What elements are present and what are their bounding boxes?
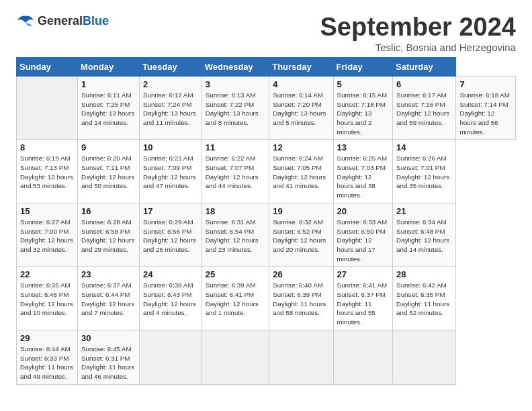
day-info: Sunrise: 6:34 AMSunset: 6:48 PMDaylight:… <box>396 218 449 253</box>
calendar-week-3: 22Sunrise: 6:35 AMSunset: 6:46 PMDayligh… <box>17 267 516 330</box>
header: GeneralBlue September 2024 Teslic, Bosni… <box>16 13 516 53</box>
day-info: Sunrise: 6:38 AMSunset: 6:43 PMDaylight:… <box>143 281 196 316</box>
day-info: Sunrise: 6:31 AMSunset: 6:54 PMDaylight:… <box>206 218 259 253</box>
header-friday: Friday <box>333 57 393 76</box>
day-number: 1 <box>81 79 136 89</box>
calendar-cell <box>139 330 202 384</box>
day-info: Sunrise: 6:25 AMSunset: 7:03 PMDaylight:… <box>337 154 388 199</box>
day-info: Sunrise: 6:37 AMSunset: 6:44 PMDaylight:… <box>81 281 134 316</box>
calendar-cell: 11Sunrise: 6:22 AMSunset: 7:07 PMDayligh… <box>202 140 269 203</box>
day-number: 25 <box>206 269 265 279</box>
day-number: 2 <box>143 79 198 89</box>
day-info: Sunrise: 6:44 AMSunset: 6:33 PMDaylight:… <box>20 345 73 380</box>
calendar-title: September 2024 <box>320 13 517 42</box>
day-number: 11 <box>206 142 265 152</box>
day-info: Sunrise: 6:19 AMSunset: 7:13 PMDaylight:… <box>20 154 73 189</box>
day-info: Sunrise: 6:35 AMSunset: 6:46 PMDaylight:… <box>20 281 73 316</box>
calendar-cell: 28Sunrise: 6:42 AMSunset: 6:35 PMDayligh… <box>393 267 456 330</box>
calendar-cell: 22Sunrise: 6:35 AMSunset: 6:46 PMDayligh… <box>17 267 78 330</box>
calendar-cell: 25Sunrise: 6:39 AMSunset: 6:41 PMDayligh… <box>202 267 269 330</box>
day-info: Sunrise: 6:15 AMSunset: 7:18 PMDaylight:… <box>337 91 388 136</box>
calendar-cell: 8Sunrise: 6:19 AMSunset: 7:13 PMDaylight… <box>17 140 78 203</box>
calendar-cell: 17Sunrise: 6:29 AMSunset: 6:56 PMDayligh… <box>139 203 202 267</box>
calendar-cell: 13Sunrise: 6:25 AMSunset: 7:03 PMDayligh… <box>333 140 393 203</box>
logo-blue: Blue <box>83 14 109 28</box>
calendar-cell: 29Sunrise: 6:44 AMSunset: 6:33 PMDayligh… <box>17 330 78 384</box>
calendar-cell: 27Sunrise: 6:41 AMSunset: 6:37 PMDayligh… <box>333 267 393 330</box>
header-row: Sunday Monday Tuesday Wednesday Thursday… <box>17 57 516 76</box>
calendar-header: Sunday Monday Tuesday Wednesday Thursday… <box>17 57 516 76</box>
day-info: Sunrise: 6:13 AMSunset: 7:22 PMDaylight:… <box>206 91 259 126</box>
calendar-cell: 16Sunrise: 6:28 AMSunset: 6:58 PMDayligh… <box>78 203 140 267</box>
calendar-cell: 3Sunrise: 6:13 AMSunset: 7:22 PMDaylight… <box>202 76 269 140</box>
day-info: Sunrise: 6:33 AMSunset: 6:50 PMDaylight:… <box>337 218 388 263</box>
calendar-cell: 15Sunrise: 6:27 AMSunset: 7:00 PMDayligh… <box>17 203 78 267</box>
logo-bird-icon <box>16 13 35 28</box>
day-number: 15 <box>20 206 74 216</box>
day-info: Sunrise: 6:27 AMSunset: 7:00 PMDaylight:… <box>20 218 73 253</box>
header-tuesday: Tuesday <box>139 57 202 76</box>
calendar-cell: 24Sunrise: 6:38 AMSunset: 6:43 PMDayligh… <box>139 267 202 330</box>
calendar-week-4: 29Sunrise: 6:44 AMSunset: 6:33 PMDayligh… <box>17 330 516 384</box>
calendar-subtitle: Teslic, Bosnia and Herzegovina <box>320 42 517 53</box>
day-number: 12 <box>273 142 329 152</box>
day-number: 19 <box>273 206 329 216</box>
day-number: 10 <box>143 142 198 152</box>
day-number: 18 <box>206 206 265 216</box>
day-info: Sunrise: 6:32 AMSunset: 6:52 PMDaylight:… <box>273 218 326 253</box>
day-info: Sunrise: 6:12 AMSunset: 7:24 PMDaylight:… <box>143 91 196 126</box>
day-number: 21 <box>396 206 452 216</box>
calendar-cell: 26Sunrise: 6:40 AMSunset: 6:39 PMDayligh… <box>269 267 333 330</box>
day-number: 17 <box>143 206 198 216</box>
day-number: 23 <box>81 269 136 279</box>
day-info: Sunrise: 6:26 AMSunset: 7:01 PMDaylight:… <box>396 154 449 189</box>
day-number: 4 <box>273 79 329 89</box>
day-info: Sunrise: 6:42 AMSunset: 6:35 PMDaylight:… <box>396 281 449 316</box>
day-info: Sunrise: 6:29 AMSunset: 6:56 PMDaylight:… <box>143 218 196 253</box>
calendar-cell <box>202 330 269 384</box>
calendar-cell: 4Sunrise: 6:14 AMSunset: 7:20 PMDaylight… <box>269 76 333 140</box>
day-info: Sunrise: 6:17 AMSunset: 7:16 PMDaylight:… <box>396 91 449 126</box>
calendar-cell <box>17 76 78 140</box>
calendar-cell <box>393 330 456 384</box>
header-saturday: Saturday <box>393 57 456 76</box>
day-info: Sunrise: 6:22 AMSunset: 7:07 PMDaylight:… <box>206 154 259 189</box>
calendar-cell: 12Sunrise: 6:24 AMSunset: 7:05 PMDayligh… <box>269 140 333 203</box>
day-number: 27 <box>337 269 390 279</box>
logo-text: GeneralBlue <box>38 14 109 28</box>
calendar-cell: 5Sunrise: 6:15 AMSunset: 7:18 PMDaylight… <box>333 76 393 140</box>
day-number: 3 <box>206 79 265 89</box>
calendar-cell: 19Sunrise: 6:32 AMSunset: 6:52 PMDayligh… <box>269 203 333 267</box>
header-thursday: Thursday <box>269 57 333 76</box>
logo-general: General <box>38 14 83 28</box>
calendar-cell: 9Sunrise: 6:20 AMSunset: 7:11 PMDaylight… <box>78 140 140 203</box>
day-number: 14 <box>396 142 452 152</box>
calendar-cell: 1Sunrise: 6:11 AMSunset: 7:25 PMDaylight… <box>78 76 140 140</box>
calendar-cell: 23Sunrise: 6:37 AMSunset: 6:44 PMDayligh… <box>78 267 140 330</box>
day-info: Sunrise: 6:14 AMSunset: 7:20 PMDaylight:… <box>273 91 326 126</box>
day-info: Sunrise: 6:28 AMSunset: 6:58 PMDaylight:… <box>81 218 134 253</box>
calendar-cell <box>333 330 393 384</box>
day-number: 24 <box>143 269 198 279</box>
day-number: 30 <box>81 333 136 343</box>
day-number: 9 <box>81 142 136 152</box>
day-number: 16 <box>81 206 136 216</box>
calendar-cell: 18Sunrise: 6:31 AMSunset: 6:54 PMDayligh… <box>202 203 269 267</box>
header-wednesday: Wednesday <box>202 57 269 76</box>
day-info: Sunrise: 6:41 AMSunset: 6:37 PMDaylight:… <box>337 281 388 326</box>
calendar-week-2: 15Sunrise: 6:27 AMSunset: 7:00 PMDayligh… <box>17 203 516 267</box>
calendar-cell: 2Sunrise: 6:12 AMSunset: 7:24 PMDaylight… <box>139 76 202 140</box>
day-info: Sunrise: 6:21 AMSunset: 7:09 PMDaylight:… <box>143 154 196 189</box>
calendar-cell: 20Sunrise: 6:33 AMSunset: 6:50 PMDayligh… <box>333 203 393 267</box>
day-number: 20 <box>337 206 390 216</box>
day-info: Sunrise: 6:24 AMSunset: 7:05 PMDaylight:… <box>273 154 326 189</box>
day-info: Sunrise: 6:18 AMSunset: 7:14 PMDaylight:… <box>459 91 510 136</box>
day-info: Sunrise: 6:39 AMSunset: 6:41 PMDaylight:… <box>206 281 259 316</box>
calendar-cell: 6Sunrise: 6:17 AMSunset: 7:16 PMDaylight… <box>393 76 456 140</box>
calendar-cell: 14Sunrise: 6:26 AMSunset: 7:01 PMDayligh… <box>393 140 456 203</box>
day-number: 8 <box>20 142 74 152</box>
day-number: 13 <box>337 142 390 152</box>
day-number: 29 <box>20 333 74 343</box>
day-number: 7 <box>459 79 512 89</box>
day-number: 6 <box>396 79 452 89</box>
